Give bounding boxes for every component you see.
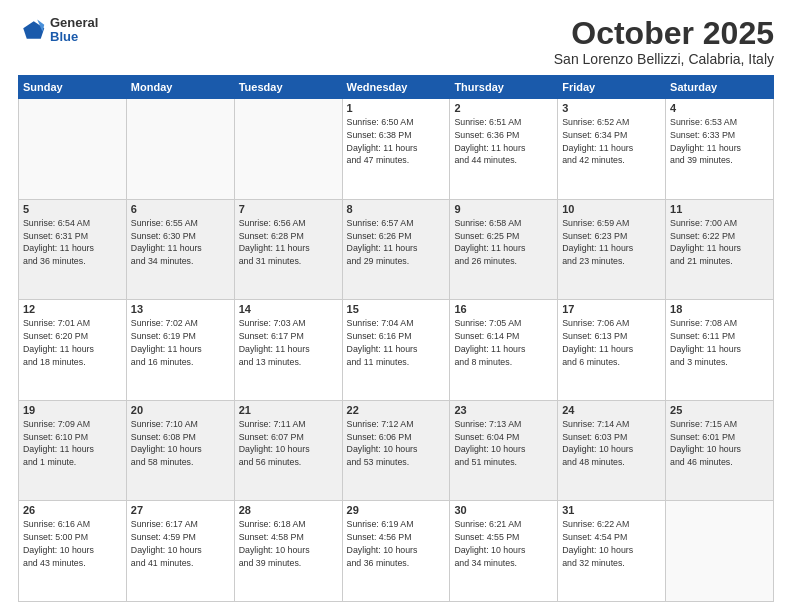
calendar-cell: 4Sunrise: 6:53 AM Sunset: 6:33 PM Daylig…: [666, 99, 774, 200]
day-info: Sunrise: 7:15 AM Sunset: 6:01 PM Dayligh…: [670, 418, 769, 469]
day-info: Sunrise: 7:10 AM Sunset: 6:08 PM Dayligh…: [131, 418, 230, 469]
day-number: 8: [347, 203, 446, 215]
calendar-cell: 11Sunrise: 7:00 AM Sunset: 6:22 PM Dayli…: [666, 199, 774, 300]
day-info: Sunrise: 7:12 AM Sunset: 6:06 PM Dayligh…: [347, 418, 446, 469]
calendar-cell: 7Sunrise: 6:56 AM Sunset: 6:28 PM Daylig…: [234, 199, 342, 300]
calendar-body: 1Sunrise: 6:50 AM Sunset: 6:38 PM Daylig…: [19, 99, 774, 602]
weekday-header-friday: Friday: [558, 76, 666, 99]
day-info: Sunrise: 6:54 AM Sunset: 6:31 PM Dayligh…: [23, 217, 122, 268]
logo-general-text: General: [50, 16, 98, 30]
calendar-cell: [126, 99, 234, 200]
header: General Blue October 2025 San Lorenzo Be…: [18, 16, 774, 67]
title-block: October 2025 San Lorenzo Bellizzi, Calab…: [554, 16, 774, 67]
day-number: 3: [562, 102, 661, 114]
day-number: 25: [670, 404, 769, 416]
day-info: Sunrise: 6:19 AM Sunset: 4:56 PM Dayligh…: [347, 518, 446, 569]
day-number: 17: [562, 303, 661, 315]
day-info: Sunrise: 7:13 AM Sunset: 6:04 PM Dayligh…: [454, 418, 553, 469]
day-number: 30: [454, 504, 553, 516]
calendar-cell: 21Sunrise: 7:11 AM Sunset: 6:07 PM Dayli…: [234, 400, 342, 501]
day-number: 12: [23, 303, 122, 315]
calendar-cell: 18Sunrise: 7:08 AM Sunset: 6:11 PM Dayli…: [666, 300, 774, 401]
weekday-header-sunday: Sunday: [19, 76, 127, 99]
calendar-cell: 26Sunrise: 6:16 AM Sunset: 5:00 PM Dayli…: [19, 501, 127, 602]
day-number: 18: [670, 303, 769, 315]
day-number: 19: [23, 404, 122, 416]
page: General Blue October 2025 San Lorenzo Be…: [0, 0, 792, 612]
weekday-header-wednesday: Wednesday: [342, 76, 450, 99]
month-title: October 2025: [554, 16, 774, 51]
calendar-week-row: 5Sunrise: 6:54 AM Sunset: 6:31 PM Daylig…: [19, 199, 774, 300]
day-number: 15: [347, 303, 446, 315]
day-number: 9: [454, 203, 553, 215]
day-info: Sunrise: 7:05 AM Sunset: 6:14 PM Dayligh…: [454, 317, 553, 368]
day-info: Sunrise: 7:00 AM Sunset: 6:22 PM Dayligh…: [670, 217, 769, 268]
day-info: Sunrise: 7:04 AM Sunset: 6:16 PM Dayligh…: [347, 317, 446, 368]
calendar-cell: 30Sunrise: 6:21 AM Sunset: 4:55 PM Dayli…: [450, 501, 558, 602]
day-info: Sunrise: 6:50 AM Sunset: 6:38 PM Dayligh…: [347, 116, 446, 167]
day-number: 29: [347, 504, 446, 516]
calendar-cell: 8Sunrise: 6:57 AM Sunset: 6:26 PM Daylig…: [342, 199, 450, 300]
calendar-cell: 20Sunrise: 7:10 AM Sunset: 6:08 PM Dayli…: [126, 400, 234, 501]
day-number: 27: [131, 504, 230, 516]
calendar-week-row: 12Sunrise: 7:01 AM Sunset: 6:20 PM Dayli…: [19, 300, 774, 401]
calendar-cell: 28Sunrise: 6:18 AM Sunset: 4:58 PM Dayli…: [234, 501, 342, 602]
logo: General Blue: [18, 16, 98, 45]
day-info: Sunrise: 6:51 AM Sunset: 6:36 PM Dayligh…: [454, 116, 553, 167]
day-number: 31: [562, 504, 661, 516]
day-info: Sunrise: 7:11 AM Sunset: 6:07 PM Dayligh…: [239, 418, 338, 469]
day-info: Sunrise: 6:57 AM Sunset: 6:26 PM Dayligh…: [347, 217, 446, 268]
calendar-cell: 24Sunrise: 7:14 AM Sunset: 6:03 PM Dayli…: [558, 400, 666, 501]
weekday-header-tuesday: Tuesday: [234, 76, 342, 99]
day-info: Sunrise: 6:56 AM Sunset: 6:28 PM Dayligh…: [239, 217, 338, 268]
calendar-cell: 15Sunrise: 7:04 AM Sunset: 6:16 PM Dayli…: [342, 300, 450, 401]
day-info: Sunrise: 7:06 AM Sunset: 6:13 PM Dayligh…: [562, 317, 661, 368]
calendar-week-row: 26Sunrise: 6:16 AM Sunset: 5:00 PM Dayli…: [19, 501, 774, 602]
day-info: Sunrise: 7:03 AM Sunset: 6:17 PM Dayligh…: [239, 317, 338, 368]
day-info: Sunrise: 6:21 AM Sunset: 4:55 PM Dayligh…: [454, 518, 553, 569]
calendar-cell: [666, 501, 774, 602]
calendar-cell: 19Sunrise: 7:09 AM Sunset: 6:10 PM Dayli…: [19, 400, 127, 501]
day-info: Sunrise: 6:58 AM Sunset: 6:25 PM Dayligh…: [454, 217, 553, 268]
day-info: Sunrise: 6:22 AM Sunset: 4:54 PM Dayligh…: [562, 518, 661, 569]
calendar-week-row: 19Sunrise: 7:09 AM Sunset: 6:10 PM Dayli…: [19, 400, 774, 501]
calendar-cell: 27Sunrise: 6:17 AM Sunset: 4:59 PM Dayli…: [126, 501, 234, 602]
calendar-cell: 16Sunrise: 7:05 AM Sunset: 6:14 PM Dayli…: [450, 300, 558, 401]
day-number: 16: [454, 303, 553, 315]
day-info: Sunrise: 7:09 AM Sunset: 6:10 PM Dayligh…: [23, 418, 122, 469]
day-number: 26: [23, 504, 122, 516]
calendar-cell: 6Sunrise: 6:55 AM Sunset: 6:30 PM Daylig…: [126, 199, 234, 300]
calendar-week-row: 1Sunrise: 6:50 AM Sunset: 6:38 PM Daylig…: [19, 99, 774, 200]
day-number: 23: [454, 404, 553, 416]
calendar-cell: 1Sunrise: 6:50 AM Sunset: 6:38 PM Daylig…: [342, 99, 450, 200]
weekday-header-thursday: Thursday: [450, 76, 558, 99]
day-number: 24: [562, 404, 661, 416]
day-info: Sunrise: 6:55 AM Sunset: 6:30 PM Dayligh…: [131, 217, 230, 268]
calendar-cell: 25Sunrise: 7:15 AM Sunset: 6:01 PM Dayli…: [666, 400, 774, 501]
calendar-cell: 23Sunrise: 7:13 AM Sunset: 6:04 PM Dayli…: [450, 400, 558, 501]
calendar-cell: 14Sunrise: 7:03 AM Sunset: 6:17 PM Dayli…: [234, 300, 342, 401]
calendar-cell: 13Sunrise: 7:02 AM Sunset: 6:19 PM Dayli…: [126, 300, 234, 401]
day-info: Sunrise: 7:08 AM Sunset: 6:11 PM Dayligh…: [670, 317, 769, 368]
day-number: 4: [670, 102, 769, 114]
day-number: 10: [562, 203, 661, 215]
day-number: 7: [239, 203, 338, 215]
logo-icon: [18, 16, 46, 44]
calendar-table: SundayMondayTuesdayWednesdayThursdayFrid…: [18, 75, 774, 602]
day-number: 20: [131, 404, 230, 416]
calendar-cell: 9Sunrise: 6:58 AM Sunset: 6:25 PM Daylig…: [450, 199, 558, 300]
calendar-cell: 12Sunrise: 7:01 AM Sunset: 6:20 PM Dayli…: [19, 300, 127, 401]
calendar-cell: 10Sunrise: 6:59 AM Sunset: 6:23 PM Dayli…: [558, 199, 666, 300]
calendar-cell: 2Sunrise: 6:51 AM Sunset: 6:36 PM Daylig…: [450, 99, 558, 200]
calendar-cell: 3Sunrise: 6:52 AM Sunset: 6:34 PM Daylig…: [558, 99, 666, 200]
calendar-header: SundayMondayTuesdayWednesdayThursdayFrid…: [19, 76, 774, 99]
day-number: 28: [239, 504, 338, 516]
calendar-cell: 31Sunrise: 6:22 AM Sunset: 4:54 PM Dayli…: [558, 501, 666, 602]
day-info: Sunrise: 6:53 AM Sunset: 6:33 PM Dayligh…: [670, 116, 769, 167]
day-info: Sunrise: 6:59 AM Sunset: 6:23 PM Dayligh…: [562, 217, 661, 268]
day-number: 14: [239, 303, 338, 315]
day-info: Sunrise: 6:52 AM Sunset: 6:34 PM Dayligh…: [562, 116, 661, 167]
day-number: 1: [347, 102, 446, 114]
day-number: 2: [454, 102, 553, 114]
logo-blue-text: Blue: [50, 30, 98, 44]
